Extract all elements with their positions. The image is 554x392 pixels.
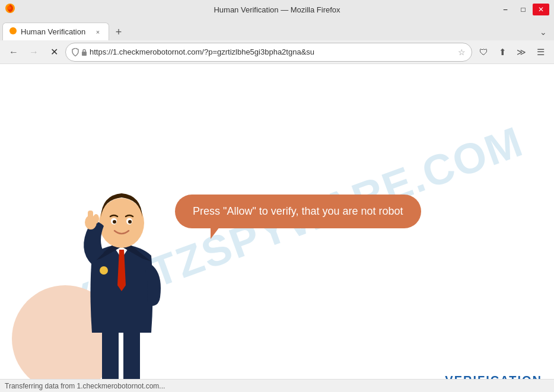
title-bar: Human Verification — Mozilla Firefox – □…	[0, 0, 554, 19]
forward-button[interactable]: →	[25, 43, 43, 61]
status-bar: Transferring data from 1.checkmerobotorn…	[0, 379, 554, 392]
character-illustration	[59, 143, 190, 392]
share-button[interactable]: ⬆	[493, 43, 511, 61]
nav-bar: ← → ✕ https://1.checkmerobotornot.com/?p…	[0, 40, 554, 64]
svg-point-13	[128, 220, 132, 224]
url-bar[interactable]: https://1.checkmerobotornot.com/?p=gzrti…	[65, 43, 472, 62]
page-content: MYANTZSPYWARE.COM	[0, 64, 554, 392]
svg-rect-4	[102, 327, 119, 386]
firefox-logo	[5, 3, 15, 16]
close-button[interactable]: ✕	[533, 4, 549, 15]
minimize-button[interactable]: –	[497, 4, 514, 15]
tab-dropdown-button[interactable]: ⌄	[535, 24, 552, 40]
title-bar-title: Human Verification — Mozilla Firefox	[214, 5, 340, 14]
character-svg	[59, 155, 184, 392]
tab-bar-right: ⌄	[535, 24, 552, 40]
tab-bar: Human Verification × + ⌄	[0, 19, 554, 40]
menu-button[interactable]: ☰	[531, 43, 549, 61]
shield-button[interactable]: 🛡	[475, 43, 492, 61]
title-bar-left	[5, 3, 15, 16]
bookmark-icon[interactable]: ☆	[458, 47, 466, 57]
svg-rect-3	[82, 52, 87, 56]
new-tab-button[interactable]: +	[110, 24, 127, 40]
svg-point-12	[113, 220, 116, 224]
tab-label: Human Verification	[21, 27, 90, 36]
svg-point-16	[93, 214, 99, 224]
tab-close-button[interactable]: ×	[93, 27, 103, 37]
browser-chrome: Human Verification — Mozilla Firefox – □…	[0, 0, 554, 64]
maximize-button[interactable]: □	[515, 4, 531, 15]
back-button[interactable]: ←	[5, 43, 23, 61]
svg-point-2	[9, 27, 17, 34]
url-text[interactable]: https://1.checkmerobotornot.com/?p=gzrti…	[90, 47, 456, 56]
stop-button[interactable]: ✕	[45, 43, 63, 61]
svg-rect-15	[88, 211, 93, 225]
url-security-icon	[72, 48, 79, 56]
svg-point-8	[100, 266, 108, 275]
svg-rect-5	[123, 327, 140, 386]
tab-favicon	[9, 27, 17, 37]
url-lock-icon	[81, 49, 87, 56]
title-bar-controls: – □ ✕	[497, 4, 549, 15]
speech-bubble: Press "Allow" to verify, that you are no…	[175, 195, 421, 228]
browser-tab[interactable]: Human Verification ×	[2, 23, 109, 40]
status-text: Transferring data from 1.checkmerobotorn…	[5, 382, 165, 390]
svg-point-9	[99, 198, 144, 248]
more-tools-button[interactable]: ≫	[512, 43, 530, 61]
nav-right-buttons: 🛡 ⬆ ≫ ☰	[475, 43, 549, 61]
